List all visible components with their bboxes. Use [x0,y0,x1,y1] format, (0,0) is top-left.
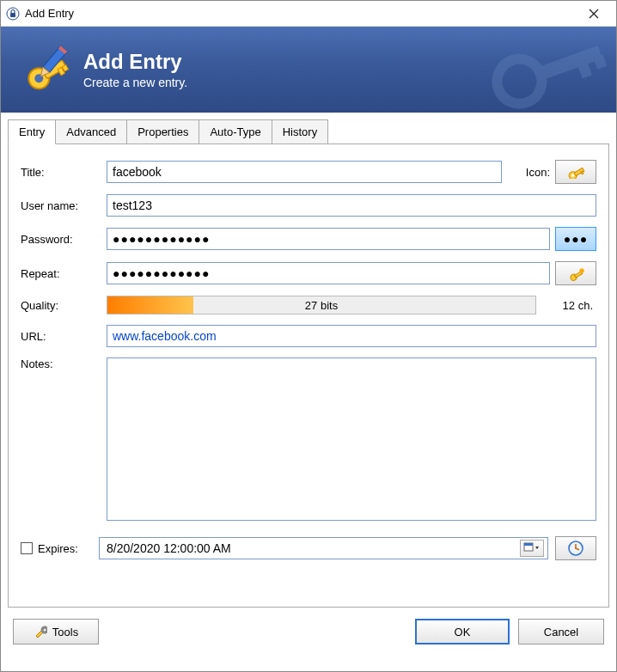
password-input[interactable] [107,228,550,250]
lock-icon [6,7,20,21]
repeat-input[interactable] [107,262,550,284]
username-input[interactable] [107,194,596,217]
key-watermark-icon [474,27,616,113]
tab-properties[interactable]: Properties [126,119,199,144]
banner-subheading: Create a new entry. [83,76,187,89]
tools-button[interactable]: Tools [13,619,99,645]
calendar-dropdown-icon[interactable] [520,540,544,557]
banner-heading: Add Entry [83,50,187,74]
svg-rect-1 [10,13,15,17]
icon-picker-button[interactable] [555,160,596,184]
dialog-footer: Tools OK Cancel [1,608,616,655]
password-label: Password: [21,233,107,246]
tab-autotype[interactable]: Auto-Type [199,119,272,144]
expires-value: 8/20/2020 12:00:00 AM [107,541,231,555]
header-banner: Add Entry Create a new entry. [1,27,616,113]
svg-point-23 [575,547,577,549]
repeat-label: Repeat: [21,267,107,280]
tab-advanced[interactable]: Advanced [55,119,127,144]
tools-icon [34,625,47,638]
icon-label: Icon: [526,166,550,179]
close-button[interactable] [577,2,611,26]
url-label: URL: [21,330,107,343]
key-pencil-icon [16,42,71,97]
svg-rect-21 [524,543,533,546]
tab-strip: Entry Advanced Properties Auto-Type Hist… [1,113,616,144]
svg-rect-3 [533,46,602,82]
expires-label: Expires: [38,542,78,555]
expires-checkbox[interactable] [21,542,33,554]
tab-history[interactable]: History [272,119,328,144]
title-input[interactable] [107,161,502,183]
show-password-button[interactable]: ●●● [555,227,596,251]
tab-entry[interactable]: Entry [8,119,56,144]
tools-label: Tools [52,626,78,638]
notes-label: Notes: [21,357,107,370]
window-title: Add Entry [25,7,577,20]
quality-label: Quality: [21,299,107,312]
quality-chars: 12 ch. [541,299,593,312]
entry-panel: Title: Icon: User name: [8,144,609,608]
expires-datepicker[interactable]: 8/20/2020 12:00:00 AM [99,537,548,559]
ok-button[interactable]: OK [415,619,510,645]
title-label: Title: [21,166,107,179]
svg-rect-4 [577,60,592,78]
titlebar: Add Entry [1,1,616,27]
generate-password-button[interactable] [555,261,596,285]
clock-button[interactable] [555,536,596,560]
notes-input[interactable] [107,357,596,521]
url-input[interactable] [107,325,596,347]
quality-bits: 27 bits [305,299,338,312]
quality-bar: 27 bits [107,296,536,315]
username-label: User name: [21,199,107,212]
cancel-button[interactable]: Cancel [518,619,604,645]
